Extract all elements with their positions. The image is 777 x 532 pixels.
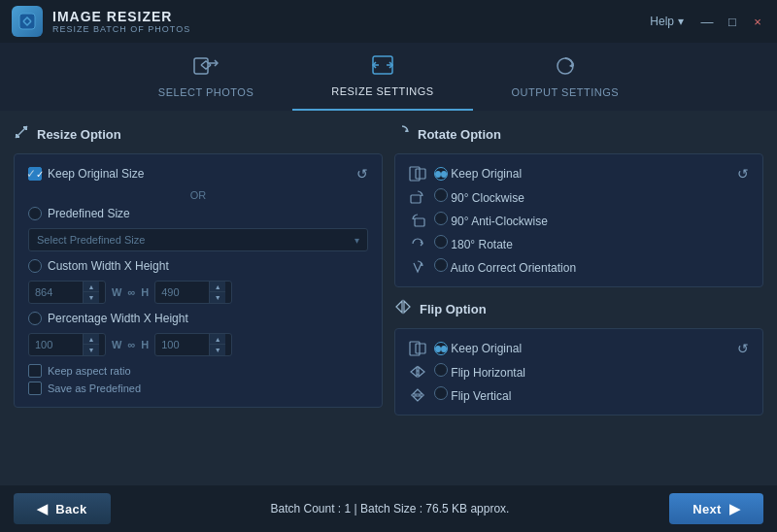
close-button[interactable]: × <box>750 15 765 29</box>
next-button[interactable]: Next ▶ <box>669 493 763 524</box>
predefined-row: Predefined Size <box>28 207 368 220</box>
keep-aspect-row[interactable]: Keep aspect ratio <box>28 364 368 378</box>
or-divider: OR <box>28 189 368 201</box>
title-bar-left: IMAGE RESIZER RESIZE BATCH OF PHOTOS <box>12 6 190 37</box>
rotate-auto-label[interactable]: Auto Correct Orientation <box>434 258 576 275</box>
rotate-acw90-radio[interactable] <box>434 212 448 225</box>
tab-select-photos[interactable]: SELECT PHOTOS <box>119 43 292 111</box>
svg-line-4 <box>16 126 27 138</box>
app-icon <box>12 6 43 37</box>
custom-height-input[interactable]: ▲ ▼ <box>154 281 232 304</box>
percentage-radio[interactable] <box>28 312 42 325</box>
rotate-auto-row: Auto Correct Orientation <box>409 258 576 275</box>
predefined-select[interactable]: Select Predefined Size ▾ <box>28 228 368 251</box>
flip-section: Flip Option <box>394 299 763 416</box>
flip-vertical-row: Flip Vertical <box>409 386 525 403</box>
custom-label[interactable]: Custom Width X Height <box>28 259 169 273</box>
pct-h-label: H <box>141 339 149 350</box>
right-panel: Rotate Option Keep Or <box>394 124 763 476</box>
tab-output-settings[interactable]: OUTPUT SETTINGS <box>473 43 659 111</box>
custom-width-spinner: ▲ ▼ <box>83 282 99 303</box>
flip-vertical-label[interactable]: Flip Vertical <box>434 386 511 403</box>
pct-height-up[interactable]: ▲ <box>210 334 225 345</box>
minimize-button[interactable]: — <box>699 15 715 29</box>
pct-height-down[interactable]: ▼ <box>210 345 225 355</box>
flip-keep-row: Keep Original <box>409 341 525 356</box>
rotate-auto-radio[interactable] <box>434 258 448 272</box>
output-settings-icon <box>553 55 578 83</box>
back-button[interactable]: ◀ Back <box>14 493 111 524</box>
keep-original-row: ✓ Keep Original Size ↺ <box>28 166 368 182</box>
link-icon-custom: ∞ <box>127 286 135 298</box>
resize-card: ✓ Keep Original Size ↺ OR Predefined Siz… <box>14 153 383 408</box>
rotate-180-label[interactable]: 180° Rotate <box>434 235 513 251</box>
rotate-acw90-label[interactable]: 90° Anti-Clockwise <box>434 212 548 228</box>
footer: ◀ Back Batch Count : 1 | Batch Size : 76… <box>0 485 777 532</box>
rotate-cw90-icon <box>409 189 426 205</box>
rotate-auto-icon <box>409 259 426 275</box>
svg-rect-6 <box>416 169 425 179</box>
pct-width-input[interactable]: ▲ ▼ <box>28 333 106 356</box>
flip-h-radio[interactable] <box>434 363 448 377</box>
resize-reset-button[interactable]: ↺ <box>356 166 368 182</box>
rotate-cw90-row: 90° Clockwise <box>409 188 576 205</box>
save-predefined-row[interactable]: Save as Predefined <box>28 382 368 395</box>
app-subtitle: RESIZE BATCH OF PHOTOS <box>52 24 190 34</box>
rotate-card: Keep Original 90° Clockwise <box>394 153 763 287</box>
flip-card: Keep Original Fli <box>394 328 763 416</box>
flip-keep-label[interactable]: Keep Original <box>434 342 522 356</box>
select-arrow-icon: ▾ <box>355 235 359 246</box>
pct-width-down[interactable]: ▼ <box>84 345 99 355</box>
keep-original-checkbox[interactable]: ✓ <box>28 167 42 181</box>
rotate-acw90-icon <box>409 213 426 228</box>
percentage-label[interactable]: Percentage Width X Height <box>28 312 188 325</box>
flip-keep-icon <box>409 341 426 356</box>
flip-reset-button[interactable]: ↺ <box>737 341 749 356</box>
pct-height-input[interactable]: ▲ ▼ <box>154 333 232 356</box>
custom-width-up[interactable]: ▲ <box>84 282 99 292</box>
rotate-keep-radio[interactable] <box>434 167 448 181</box>
keep-aspect-checkbox[interactable] <box>28 364 42 378</box>
custom-w-label: W <box>112 286 121 298</box>
custom-width-down[interactable]: ▼ <box>84 292 99 303</box>
rotate-section-header: Rotate Option <box>394 124 763 144</box>
resize-section-header: Resize Option <box>14 124 383 144</box>
flip-horizontal-row: Flip Horizontal <box>409 363 525 380</box>
save-predefined-checkbox[interactable] <box>28 382 42 395</box>
rotate-keep-label[interactable]: Keep Original <box>434 167 522 182</box>
rotate-options: Keep Original 90° Clockwise <box>409 166 576 275</box>
rotate-section-title: Rotate Option <box>418 127 501 142</box>
custom-height-spinner: ▲ ▼ <box>209 282 225 303</box>
flip-h-icon <box>409 364 426 380</box>
flip-v-radio[interactable] <box>434 386 448 400</box>
svg-rect-8 <box>415 218 424 226</box>
flip-section-icon <box>394 299 412 318</box>
flip-v-icon <box>409 387 426 403</box>
rotate-reset-button[interactable]: ↺ <box>737 166 749 182</box>
pct-width-up[interactable]: ▲ <box>84 334 99 345</box>
tab-resize-settings[interactable]: RESIZE SETTINGS <box>292 43 472 111</box>
select-photos-icon <box>193 55 219 83</box>
keep-original-label[interactable]: ✓ Keep Original Size <box>28 167 144 181</box>
custom-height-up[interactable]: ▲ <box>210 282 225 292</box>
app-title-block: IMAGE RESIZER RESIZE BATCH OF PHOTOS <box>52 9 190 34</box>
maximize-button[interactable]: □ <box>725 15 740 29</box>
rotate-180-radio[interactable] <box>434 235 448 249</box>
custom-height-down[interactable]: ▼ <box>210 292 225 303</box>
flip-horizontal-label[interactable]: Flip Horizontal <box>434 363 525 380</box>
window-controls: — □ × <box>699 15 765 29</box>
predefined-radio[interactable] <box>28 207 42 220</box>
custom-h-label: H <box>141 286 149 298</box>
flip-options: Keep Original Fli <box>409 341 525 403</box>
rotate-keep-original-row: Keep Original <box>409 166 576 182</box>
predefined-label[interactable]: Predefined Size <box>28 207 130 220</box>
rotate-180-icon <box>409 236 426 251</box>
rotate-cw90-radio[interactable] <box>434 188 448 202</box>
custom-radio[interactable] <box>28 259 42 273</box>
resize-section-title: Resize Option <box>37 127 121 142</box>
batch-size: 76.5 KB approx. <box>425 502 509 515</box>
flip-keep-radio[interactable] <box>434 342 448 355</box>
help-button[interactable]: Help ▾ <box>650 15 684 28</box>
rotate-cw90-label[interactable]: 90° Clockwise <box>434 188 524 205</box>
custom-width-input[interactable]: ▲ ▼ <box>28 281 106 304</box>
